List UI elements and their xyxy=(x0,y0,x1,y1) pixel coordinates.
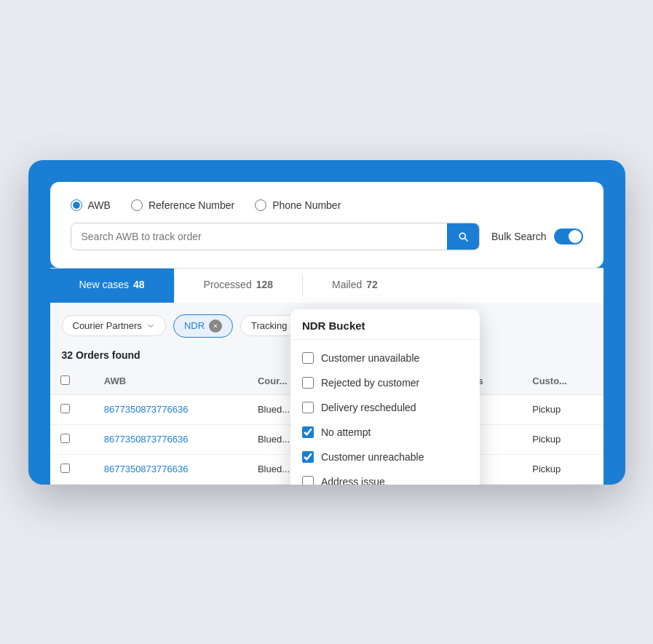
main-content: Courier Partners NDR NDR Bucket C xyxy=(50,303,603,485)
chevron-down-icon xyxy=(146,322,155,330)
bulk-search-label: Bulk Search xyxy=(491,231,546,242)
ndr-option-address-issue[interactable]: Address issue xyxy=(290,469,480,485)
tab-processed[interactable]: Processed 128 xyxy=(175,269,303,303)
radio-awb[interactable]: AWB xyxy=(71,199,111,211)
ndr-options-list: Customer unavailable Rejected by custome… xyxy=(290,340,480,485)
tab-mailed-count: 72 xyxy=(366,279,378,290)
col-checkbox xyxy=(50,368,94,395)
search-icon xyxy=(457,231,469,242)
row-customer-2: Pickup xyxy=(522,424,603,454)
col-customer: Custo... xyxy=(522,368,603,395)
row-customer-3: Pickup xyxy=(522,454,603,484)
orders-count-number: 32 xyxy=(62,349,74,361)
radio-reference-label: Reference Number xyxy=(149,199,234,211)
ndr-close-icon[interactable] xyxy=(209,319,222,333)
ndr-option-label: No attempt xyxy=(321,426,371,438)
ndr-option-label: Customer unreachable xyxy=(321,451,424,463)
filter-ndr[interactable]: NDR NDR Bucket Customer unavailable xyxy=(173,314,233,338)
row-checkbox-3[interactable] xyxy=(50,454,94,484)
row-awb-3[interactable]: 8677350873776636 xyxy=(94,454,248,484)
bulk-search-toggle-group: Bulk Search xyxy=(491,228,582,245)
tab-mailed-label: Mailed xyxy=(332,279,362,290)
tab-mailed[interactable]: Mailed 72 xyxy=(303,269,407,303)
orders-count-suffix: Orders found xyxy=(76,349,141,361)
close-icon xyxy=(213,323,218,329)
row-awb-1[interactable]: 8677350873776636 xyxy=(94,394,248,424)
toggle-slider xyxy=(554,228,583,245)
search-button[interactable] xyxy=(447,223,479,250)
tab-processed-label: Processed xyxy=(204,279,252,290)
ndr-option-customer-unreachable[interactable]: Customer unreachable xyxy=(290,445,480,469)
tab-new-cases-count: 48 xyxy=(133,279,145,290)
search-input[interactable] xyxy=(71,223,448,250)
app-container: AWB Reference Number Phone Number xyxy=(28,160,625,485)
tab-new-cases-label: New cases xyxy=(79,279,129,290)
radio-phone[interactable]: Phone Number xyxy=(255,199,341,211)
ndr-bucket-dropdown: NDR Bucket Customer unavailable Rejected… xyxy=(290,309,480,485)
row-awb-2[interactable]: 8677350873776636 xyxy=(94,424,248,454)
tab-processed-count: 128 xyxy=(256,279,273,290)
row-checkbox-2[interactable] xyxy=(50,424,94,454)
tabs-bar: New cases 48 Processed 128 Mailed 72 xyxy=(50,268,603,303)
row-customer-1: Pickup xyxy=(522,394,603,424)
ndr-option-label: Customer unavailable xyxy=(321,352,419,364)
select-all-checkbox[interactable] xyxy=(60,375,70,385)
search-panel: AWB Reference Number Phone Number xyxy=(50,182,603,268)
ndr-option-no-attempt[interactable]: No attempt xyxy=(290,420,480,445)
ndr-option-label: Address issue xyxy=(321,476,385,485)
ndr-option-rejected-customer[interactable]: Rejected by customer xyxy=(290,370,480,395)
row-checkbox-1[interactable] xyxy=(50,394,94,424)
ndr-bucket-title: NDR Bucket xyxy=(302,319,365,332)
radio-awb-label: AWB xyxy=(88,199,111,211)
search-input-wrap xyxy=(71,223,480,250)
search-row: Bulk Search xyxy=(71,223,583,250)
ndr-option-label: Rejected by customer xyxy=(321,377,419,389)
filter-courier-partners[interactable]: Courier Partners xyxy=(62,315,166,336)
tab-new-cases[interactable]: New cases 48 xyxy=(50,269,174,303)
filter-ndr-label: NDR xyxy=(184,320,205,331)
filters-row: Courier Partners NDR NDR Bucket C xyxy=(50,314,603,346)
col-awb: AWB xyxy=(94,368,248,395)
bulk-search-toggle[interactable] xyxy=(554,228,583,245)
ndr-bucket-header: NDR Bucket xyxy=(290,309,480,340)
radio-phone-label: Phone Number xyxy=(272,199,341,211)
ndr-option-customer-unavailable[interactable]: Customer unavailable xyxy=(290,346,480,370)
radio-group: AWB Reference Number Phone Number xyxy=(71,199,583,211)
radio-reference[interactable]: Reference Number xyxy=(131,199,234,211)
ndr-option-delivery-rescheduled[interactable]: Delivery rescheduled xyxy=(290,395,480,420)
filter-courier-label: Courier Partners xyxy=(73,320,142,331)
ndr-option-label: Delivery rescheduled xyxy=(321,402,416,413)
